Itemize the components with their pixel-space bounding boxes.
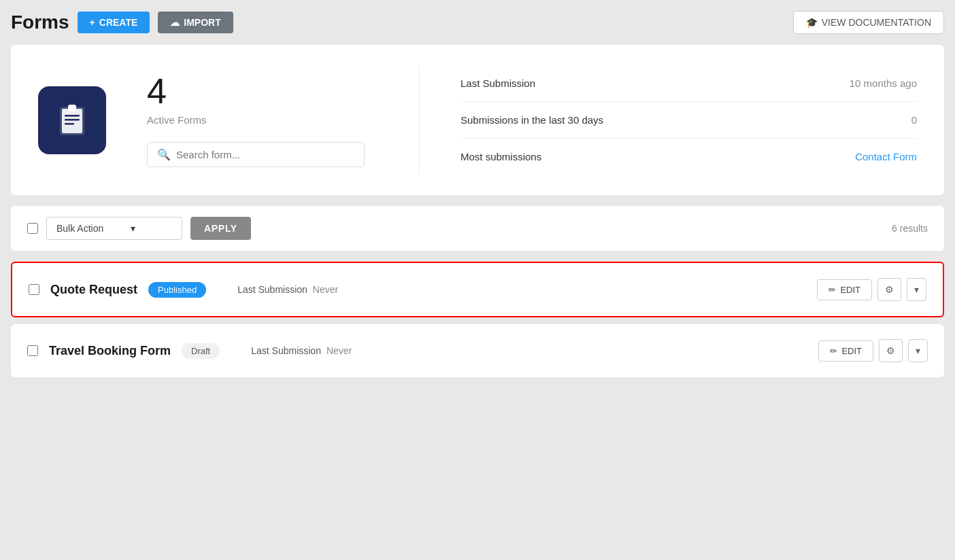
create-button[interactable]: + CREATE [78,12,150,33]
edit-label: EDIT [840,285,860,295]
doc-label: VIEW DOCUMENTATION [822,17,931,28]
form-submission-info: Last Submission Never [251,345,807,356]
last-submission-value: 10 months ago [850,77,917,89]
submission-value: Never [313,284,338,295]
submission-label: Last Submission [237,284,307,295]
search-input[interactable] [176,149,354,160]
last-submission-row: Last Submission 10 months ago [460,65,917,102]
stats-right: Last Submission 10 months ago Submission… [419,65,917,175]
form-name: Quote Request [50,283,137,297]
form-row: Quote Request Published Last Submission … [11,262,944,317]
form-actions: ✏ EDIT ⚙ ▾ [818,339,928,362]
most-submissions-link[interactable]: Contact Form [855,151,917,162]
stats-card: 4 Active Forms 🔍 Last Submission 10 mont… [11,45,944,195]
svg-rect-1 [62,109,82,133]
page-title: Forms [11,12,69,33]
chevron-down-icon: ▾ [131,223,135,234]
form-row: Travel Booking Form Draft Last Submissio… [11,324,944,377]
stats-center: 4 Active Forms 🔍 [147,73,365,167]
submissions-30-value: 0 [911,114,917,126]
active-label: Active Forms [147,114,365,126]
doc-icon: 🎓 [806,17,818,28]
svg-rect-5 [65,123,74,125]
form-actions: ✏ EDIT ⚙ ▾ [817,278,926,301]
search-icon: 🔍 [157,148,171,161]
svg-rect-2 [68,105,76,111]
settings-button[interactable]: ⚙ [877,278,901,301]
pencil-icon: ✏ [830,346,837,356]
svg-rect-4 [65,119,80,121]
view-documentation-button[interactable]: 🎓 VIEW DOCUMENTATION [793,11,944,34]
last-submission-label: Last Submission [460,77,535,89]
import-label: IMPORT [184,17,220,28]
bulk-action-dropdown[interactable]: Bulk Action ▾ [46,217,182,240]
svg-rect-3 [65,115,80,117]
submission-label: Last Submission [251,345,321,356]
form-submission-info: Last Submission Never [237,284,806,295]
edit-button[interactable]: ✏ EDIT [818,340,873,362]
submissions-30-row: Submissions in the last 30 days 0 [460,102,917,139]
submission-value: Never [326,345,352,356]
results-count: 6 results [892,223,928,234]
form-status-badge: Draft [182,343,220,359]
import-button[interactable]: ☁ IMPORT [158,12,233,33]
page-header: Forms + CREATE ☁ IMPORT 🎓 VIEW DOCUMENTA… [11,11,944,34]
form-list: Quote Request Published Last Submission … [11,262,944,377]
edit-button[interactable]: ✏ EDIT [817,279,872,300]
settings-button[interactable]: ⚙ [879,339,903,362]
active-count: 4 [147,73,365,109]
form-name: Travel Booking Form [49,344,171,358]
cloud-icon: ☁ [170,17,180,28]
toolbar: Bulk Action ▾ APPLY 6 results [11,206,944,251]
submissions-30-label: Submissions in the last 30 days [460,114,603,126]
select-all-checkbox[interactable] [27,223,38,234]
pencil-icon: ✏ [828,285,836,295]
form-status-badge: Published [148,282,206,298]
form-checkbox[interactable] [29,284,39,295]
header-left: Forms + CREATE ☁ IMPORT [11,12,233,33]
most-submissions-label: Most submissions [460,151,541,162]
clipboard-icon [53,101,91,139]
plus-icon: + [90,17,95,28]
search-wrap[interactable]: 🔍 [147,142,365,167]
expand-button[interactable]: ▾ [907,278,926,301]
apply-button[interactable]: APPLY [190,217,251,240]
edit-label: EDIT [841,346,862,356]
create-label: CREATE [99,17,138,28]
most-submissions-row: Most submissions Contact Form [460,139,917,175]
bulk-action-label: Bulk Action [56,223,103,234]
expand-button[interactable]: ▾ [908,339,928,362]
forms-icon-wrap [38,86,106,154]
form-checkbox[interactable] [27,345,38,356]
